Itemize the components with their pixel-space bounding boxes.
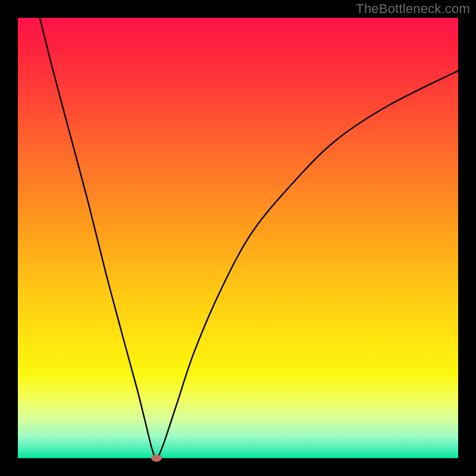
curve-path <box>40 18 458 458</box>
chart-frame: TheBottleneck.com <box>0 0 476 476</box>
plot-area <box>18 18 458 458</box>
optimum-marker <box>151 455 162 462</box>
watermark-text: TheBottleneck.com <box>356 1 470 17</box>
bottleneck-curve <box>18 18 458 458</box>
